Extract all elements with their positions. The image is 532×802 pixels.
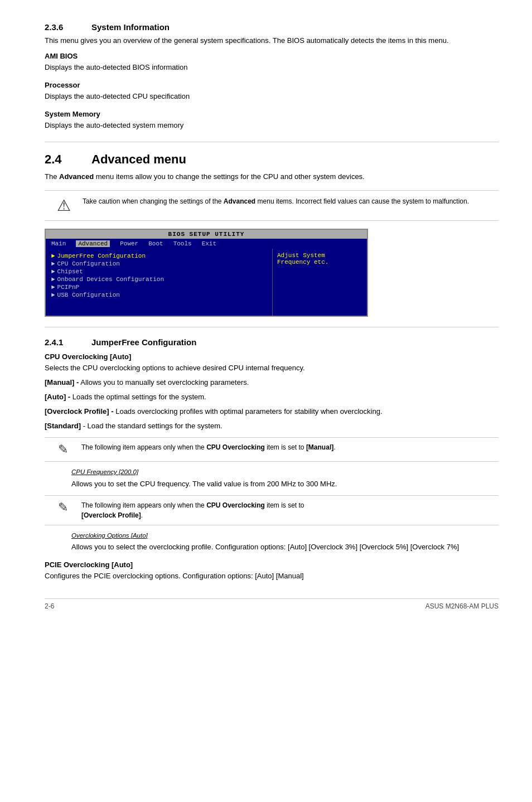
- bios-menu-usb: ► USB Configuration: [51, 291, 267, 299]
- section-24-intro-bold: Advanced: [59, 172, 94, 181]
- arrow-icon-4: ►: [51, 276, 55, 283]
- cpu-freq-text: Allows you to set the CPU frequency. The…: [71, 479, 499, 490]
- note2-before: The following item appears only when the: [81, 501, 206, 509]
- bios-sidebar-text: Adjust SystemFrequency etc.: [277, 252, 328, 265]
- cpu-option-overclock-profile: [Overclock Profile] - Loads overclocking…: [45, 406, 499, 417]
- arrow-icon-2: ►: [51, 260, 55, 267]
- pcie-overclocking-text: Configures the PCIE overclocking options…: [45, 571, 499, 582]
- section-24-intro-after: menu items allow you to change the setti…: [94, 172, 365, 181]
- section-24-title: 2.4 Advanced menu: [45, 152, 499, 167]
- arrow-icon-3: ►: [51, 268, 55, 275]
- bios-menu-list: ► JumperFree Configuration ► CPU Configu…: [46, 249, 272, 316]
- system-memory-block: System Memory Displays the auto-detected…: [45, 110, 499, 131]
- section-241-heading: JumperFree Configuration: [91, 337, 196, 347]
- cpu-freq-block: CPU Frequency [200.0] Allows you to set …: [71, 467, 499, 489]
- bios-menu-usb-label: USB Configuration: [57, 292, 120, 298]
- bios-menu-pciepnp: ► PCIPnP: [51, 283, 267, 291]
- overclock-options-block: Overcloking Options [Auto] Allows you to…: [71, 531, 499, 553]
- warning-text: Take caution when changing the settings …: [83, 196, 469, 206]
- bios-menu-cpu: ► CPU Configuration: [51, 260, 267, 268]
- section-236-number: 2.3.6: [45, 22, 78, 32]
- note-box-1: ✎ The following item appears only when t…: [45, 437, 499, 462]
- bios-screenshot: BIOS SETUP UTILITY Main Advanced Power B…: [45, 229, 368, 317]
- section-24-heading: Advanced menu: [91, 152, 186, 167]
- cpu-option-standard-label: [Standard]: [45, 422, 81, 430]
- section-24-intro: The Advanced menu items allow you to cha…: [45, 171, 499, 182]
- system-memory-text: Displays the auto-detected system memory: [45, 120, 499, 131]
- note2-bold: CPU Overclocking: [206, 501, 265, 509]
- divider-1: [45, 142, 499, 142]
- note2-bold2: [Overclock Profile]: [81, 511, 141, 519]
- note2-after: item is set to: [265, 501, 304, 509]
- section-236-intro: This menu gives you an overview of the g…: [45, 35, 499, 46]
- arrow-icon-5: ►: [51, 284, 55, 291]
- arrow-icon-6: ►: [51, 292, 55, 298]
- processor-block: Processor Displays the auto-detected CPU…: [45, 81, 499, 102]
- processor-text: Displays the auto-detected CPU specifica…: [45, 91, 499, 102]
- section-236: 2.3.6 System Information This menu gives…: [45, 22, 499, 132]
- footer-right: ASUS M2N68-AM PLUS: [425, 602, 499, 610]
- bios-nav-power: Power: [120, 240, 138, 247]
- bios-menu-jumperfree: ► JumperFree Configuration: [51, 252, 267, 260]
- bios-nav-main: Main: [51, 240, 66, 247]
- warning-text-after: menu items. Incorrect field values can c…: [255, 197, 469, 205]
- note1-bold2: [Manual]: [306, 443, 333, 451]
- cpu-option-auto: [Auto] - Loads the optimal settings for …: [45, 392, 499, 403]
- warning-icon: ⚠: [52, 196, 75, 215]
- ami-bios-text: Displays the auto-detected BIOS informat…: [45, 62, 499, 73]
- note-icon-1: ✎: [52, 442, 74, 457]
- bios-nav-boot: Boot: [148, 240, 163, 247]
- cpu-overclocking-heading: CPU Overclocking [Auto]: [45, 352, 499, 361]
- cpu-option-auto-label: [Auto] -: [45, 393, 70, 401]
- bios-menu-chipset-label: Chipset: [57, 268, 83, 275]
- ami-bios-heading: AMI BIOS: [45, 52, 499, 60]
- overclock-options-text: Allows you to select the overclocking pr…: [71, 542, 499, 553]
- cpu-option-oc-profile-label: [Overclock Profile] -: [45, 407, 114, 416]
- cpu-overclocking-intro: Selects the CPU overclocking options to …: [45, 363, 499, 374]
- warning-text-before: Take caution when changing the settings …: [83, 197, 224, 205]
- section-24-intro-before: The: [45, 172, 59, 181]
- cpu-overclocking-block: CPU Overclocking [Auto] Selects the CPU …: [45, 352, 499, 553]
- overclock-options-label: Overcloking Options [Auto]: [71, 531, 499, 540]
- processor-heading: Processor: [45, 81, 499, 89]
- section-241-title: 2.4.1 JumperFree Configuration: [45, 337, 499, 347]
- bios-menu-onboard: ► Onboard Devices Configuration: [51, 276, 267, 283]
- bios-menu-pciepnp-label: PCIPnP: [57, 284, 80, 291]
- note1-bold: CPU Overclocking: [206, 443, 265, 451]
- section-24: 2.4 Advanced menu The Advanced menu item…: [45, 152, 499, 317]
- bios-nav-exit: Exit: [202, 240, 216, 247]
- note-icon-2: ✎: [52, 500, 74, 515]
- cpu-option-standard: [Standard] - Load the standard settings …: [45, 421, 499, 432]
- note1-after: item is set to: [265, 443, 306, 451]
- note2-end: .: [141, 511, 143, 519]
- pcie-overclocking-heading: PCIE Overclocking [Auto]: [45, 561, 499, 569]
- note-text-2: The following item appears only when the…: [81, 500, 304, 520]
- footer-left: 2-6: [45, 602, 54, 610]
- bios-nav: Main Advanced Power Boot Tools Exit: [46, 239, 367, 249]
- section-24-number: 2.4: [45, 152, 78, 167]
- system-memory-heading: System Memory: [45, 110, 499, 118]
- section-236-heading: System Information: [91, 22, 170, 32]
- footer: 2-6 ASUS M2N68-AM PLUS: [45, 598, 499, 610]
- bios-menu-jumperfree-label: JumperFree Configuration: [57, 253, 146, 259]
- cpu-option-manual-label: [Manual] -: [45, 378, 79, 386]
- bios-nav-advanced: Advanced: [76, 240, 110, 247]
- divider-2: [45, 327, 499, 327]
- ami-bios-block: AMI BIOS Displays the auto-detected BIOS…: [45, 52, 499, 73]
- section-241-number: 2.4.1: [45, 337, 78, 347]
- pcie-overclocking-block: PCIE Overclocking [Auto] Configures the …: [45, 561, 499, 582]
- bios-titlebar: BIOS SETUP UTILITY: [46, 230, 367, 239]
- cpu-freq-label: CPU Frequency [200.0]: [71, 467, 499, 477]
- bios-nav-tools: Tools: [173, 240, 192, 247]
- section-236-title: 2.3.6 System Information: [45, 22, 499, 32]
- bios-body: ► JumperFree Configuration ► CPU Configu…: [46, 249, 367, 316]
- note-box-2: ✎ The following item appears only when t…: [45, 495, 499, 525]
- note1-end: .: [333, 443, 335, 451]
- bios-sidebar: Adjust SystemFrequency etc.: [272, 249, 367, 316]
- arrow-icon: ►: [51, 253, 55, 259]
- bios-menu-chipset: ► Chipset: [51, 268, 267, 276]
- cpu-option-manual: [Manual] - Allows you to manually set ov…: [45, 377, 499, 388]
- warning-box: ⚠ Take caution when changing the setting…: [45, 190, 499, 221]
- bios-menu-onboard-label: Onboard Devices Configuration: [57, 276, 164, 283]
- note1-before: The following item appears only when the: [81, 443, 206, 451]
